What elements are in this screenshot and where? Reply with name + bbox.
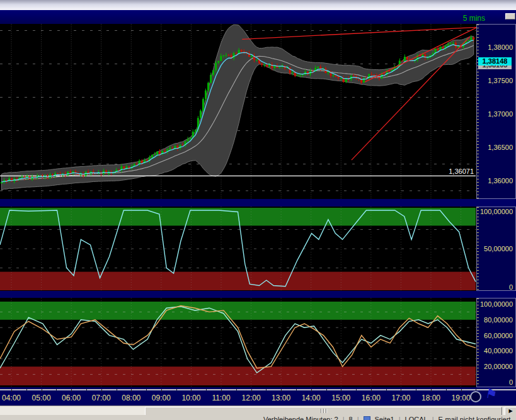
time-tick-minor xyxy=(266,389,267,390)
time-tick-minor xyxy=(416,389,416,390)
time-tick-minor xyxy=(386,389,387,390)
time-tick xyxy=(311,389,312,392)
time-tick-minor xyxy=(236,389,237,390)
status-mail: E-mail nicht konfiguriert xyxy=(439,416,511,420)
time-tick-label: 11:00 xyxy=(212,394,230,402)
status-remaining-minutes: Verbleibende Minuten: ? xyxy=(263,416,338,420)
time-tick xyxy=(221,389,222,392)
status-bar: Verbleibende Minuten: ? | 8 | Seite1 | L… xyxy=(0,415,516,420)
time-tick-minor xyxy=(296,389,297,390)
stochastic-fast-canvas[interactable] xyxy=(0,298,476,387)
time-tick-label: 14:00 xyxy=(302,394,321,402)
price-tick-label: 1,37000 xyxy=(488,110,513,118)
price-tick-label: 1,38000 xyxy=(488,43,513,51)
axis-ticks xyxy=(477,298,479,387)
time-tick-label: 13:00 xyxy=(272,394,290,402)
time-tick xyxy=(42,389,42,392)
window-title-bar[interactable] xyxy=(0,0,516,10)
time-tick-minor xyxy=(146,389,147,390)
time-tick-label: 05:00 xyxy=(32,394,51,402)
stochastic-slow-panel[interactable] xyxy=(0,207,476,291)
time-tick-minor xyxy=(56,389,57,390)
time-tick-minor xyxy=(176,389,177,390)
time-tick-minor xyxy=(356,389,357,390)
indicator-tick-label: 0 xyxy=(509,283,513,291)
time-tick-label: 06:00 xyxy=(62,394,81,402)
horizontal-scrollbar[interactable]: ▶ xyxy=(0,406,516,415)
time-tick-minor xyxy=(26,389,27,390)
bollinger-band xyxy=(2,25,474,190)
time-tick-label: 07:00 xyxy=(92,394,111,402)
status-count: 8 xyxy=(349,416,353,420)
status-connection: LOCAL xyxy=(405,416,428,420)
status-page[interactable]: Seite1 xyxy=(375,416,394,420)
time-tick xyxy=(461,389,462,392)
indicator-tick-label: 60,00000 xyxy=(484,332,513,339)
time-tick-minor xyxy=(446,389,447,390)
time-tick-minor xyxy=(476,389,476,390)
last-price-badge: 1,38148 xyxy=(478,57,512,65)
time-tick xyxy=(371,389,372,392)
panel-separator[interactable] xyxy=(0,291,516,298)
time-tick-label: 08:00 xyxy=(122,394,140,402)
stochastic-fast-panel[interactable] xyxy=(0,298,476,387)
price-axis[interactable]: 1,38103 1,38148 1,380001,375001,370001,3… xyxy=(476,24,516,199)
time-tick xyxy=(401,389,401,392)
interval-label: 5 mins xyxy=(463,14,485,23)
clock-icon xyxy=(470,391,481,402)
time-tick xyxy=(191,389,192,392)
stochastic-slow-canvas[interactable] xyxy=(0,207,476,291)
time-tick-minor xyxy=(86,389,87,390)
time-tick-label: 19:00 xyxy=(452,394,471,402)
time-tick-minor xyxy=(206,389,207,390)
time-axis[interactable]: 04:0005:0006:0007:0008:0009:0010:0011:00… xyxy=(0,389,516,406)
price-tick-label: 1,37500 xyxy=(488,77,513,84)
time-tick xyxy=(11,389,12,392)
indicator-tick-label: 20,00000 xyxy=(484,363,513,370)
panel-minimize-button[interactable] xyxy=(505,13,515,20)
chart-toolbar xyxy=(0,10,516,24)
price-axis-ticks xyxy=(477,25,479,198)
panel-separator[interactable] xyxy=(0,199,516,207)
indicator-tick-label: 50,00000 xyxy=(484,245,513,253)
indicator-tick-label: 40,00000 xyxy=(484,347,513,355)
stochastic-fast-axis[interactable]: 43,75701 48,94753 100,0000080,0000060,00… xyxy=(476,298,516,387)
time-tick-label: 12:00 xyxy=(242,394,261,402)
time-tick xyxy=(281,389,282,392)
indicator-tick-label: 0 xyxy=(509,378,513,386)
time-tick-label: 17:00 xyxy=(391,394,410,402)
flag-icon[interactable]: ⚑ xyxy=(484,386,505,407)
time-tick-label: 16:00 xyxy=(362,394,381,402)
indicator-tick-label: 80,00000 xyxy=(484,316,513,324)
indicator-tick-label: 100,00000 xyxy=(480,208,513,215)
time-tick-label: 10:00 xyxy=(181,394,200,402)
time-tick-label: 04:00 xyxy=(2,394,21,402)
time-tick xyxy=(341,389,341,392)
time-tick-label: 09:00 xyxy=(152,394,171,402)
time-tick xyxy=(71,389,72,392)
time-tick xyxy=(161,389,162,392)
time-tick xyxy=(251,389,252,392)
axis-ticks xyxy=(477,207,479,290)
time-tick-label: 18:00 xyxy=(421,394,440,402)
indicator-tick-label: 100,00000 xyxy=(480,300,513,308)
time-tick-label: 15:00 xyxy=(331,394,350,402)
trading-app-window: 5 mins 1,36071 1,38103 1,38148 1,380001,… xyxy=(0,0,516,420)
time-tick xyxy=(131,389,132,392)
session-price-label: 1,36071 xyxy=(449,167,474,175)
stochastic-slow-axis[interactable]: 7,10751 100,0000050,000000 xyxy=(476,207,516,291)
price-tick-label: 1,36000 xyxy=(488,177,513,184)
time-tick xyxy=(431,389,432,392)
price-chart-panel[interactable]: 1,36071 xyxy=(0,24,476,199)
trend-line xyxy=(242,27,476,39)
time-tick-minor xyxy=(326,389,327,390)
time-tick xyxy=(101,389,102,392)
time-tick-minor xyxy=(117,389,117,390)
scrollbar-grip-icon xyxy=(321,409,327,413)
price-chart-canvas[interactable] xyxy=(0,24,476,199)
scrollbar-thumb[interactable] xyxy=(145,407,502,416)
price-tick-label: 1,36500 xyxy=(488,144,513,151)
page-square-icon xyxy=(364,416,370,420)
